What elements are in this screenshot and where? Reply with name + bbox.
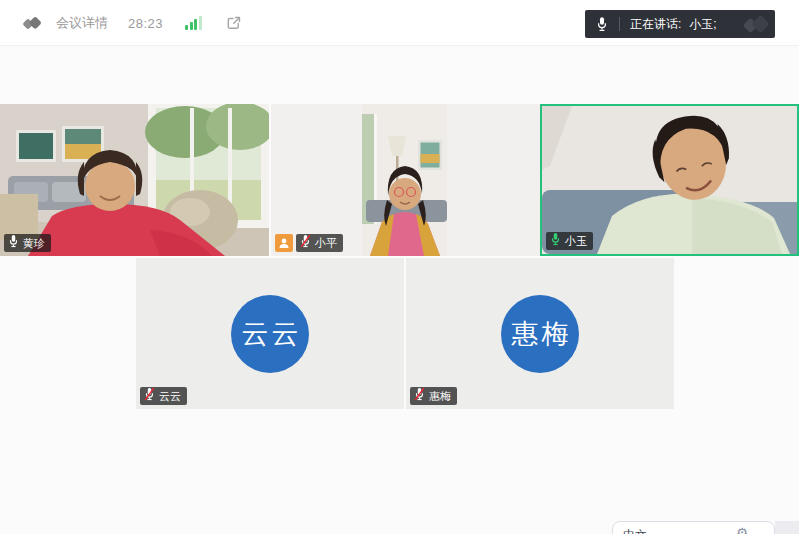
participant-tile-yunyun[interactable]: 云云 云云 [136, 258, 404, 409]
mic-muted-icon [144, 387, 155, 405]
participant-tile-huangzhen[interactable]: 黄珍 [0, 104, 269, 256]
mic-muted-icon [414, 387, 425, 405]
speaking-label: 正在讲话: [630, 16, 681, 33]
participant-tile-huimei[interactable]: 惠梅 惠梅 [406, 258, 674, 409]
network-signal-icon[interactable] [185, 16, 202, 30]
microphone-icon [585, 16, 619, 32]
caption-language-bar[interactable]: 中文 ▾ ⚙ [612, 521, 775, 534]
avatar-text: 云云 [239, 316, 302, 352]
logo-watermark-icon [742, 14, 770, 38]
meeting-logo-icon [22, 16, 42, 30]
participant-tile-xiaoping[interactable]: 小平 [271, 104, 540, 256]
participant-name: 小平 [315, 236, 337, 251]
avatar-text: 惠梅 [509, 316, 572, 352]
mic-muted-icon [300, 234, 311, 252]
tile-label-yunyun: 云云 [140, 387, 187, 405]
top-bar-left: 会议详情 28:23 [22, 0, 242, 46]
tile-label-xiaoyu: 小玉 [546, 232, 593, 250]
share-icon[interactable] [226, 15, 242, 31]
host-badge-icon [275, 234, 293, 252]
avatar-yunyun: 云云 [231, 295, 309, 373]
tile-label-huangzhen: 黄珍 [4, 234, 51, 252]
tile-label-huimei: 惠梅 [410, 387, 457, 405]
caption-language-select[interactable]: 中文 ▾ [623, 527, 655, 534]
speaking-speaker-name: 小玉; [689, 16, 716, 33]
meeting-window: 会议详情 28:23 正在讲话: [0, 0, 799, 534]
mic-on-icon [8, 234, 19, 252]
top-bar: 会议详情 28:23 正在讲话: [0, 0, 799, 46]
caption-language-value: 中文 [623, 527, 647, 534]
banner-divider [619, 17, 620, 31]
gear-icon[interactable]: ⚙ [736, 526, 748, 534]
participant-tile-xiaoyu-active[interactable]: 小玉 [540, 104, 799, 256]
participant-name: 黄珍 [23, 236, 45, 251]
participant-name: 惠梅 [429, 389, 451, 404]
participant-name: 云云 [159, 389, 181, 404]
avatar-huimei: 惠梅 [501, 295, 579, 373]
tile-label-xiaoping: 小平 [275, 234, 343, 252]
speaking-banner: 正在讲话: 小玉; [585, 10, 775, 38]
chevron-down-icon: ▾ [650, 531, 655, 534]
mic-speaking-icon [550, 232, 561, 250]
meeting-timer: 28:23 [128, 16, 163, 31]
meeting-details-link[interactable]: 会议详情 [56, 14, 108, 32]
caption-side-panel [775, 521, 799, 534]
participant-name: 小玉 [565, 234, 587, 249]
portrait-video-area [362, 104, 447, 256]
